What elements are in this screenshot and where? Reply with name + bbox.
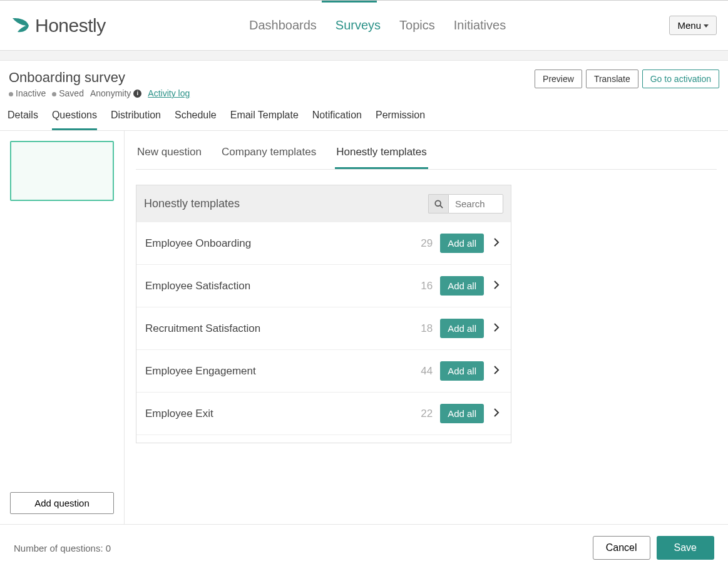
separator-band (0, 51, 728, 61)
brand-name: Honestly (35, 15, 106, 36)
chevron-right-icon (494, 323, 500, 332)
search-group (428, 194, 503, 213)
status-inactive: Inactive (9, 88, 46, 98)
expand-button[interactable] (491, 363, 502, 379)
content-area: New question Company templates Honestly … (125, 131, 728, 524)
subtab-permission[interactable]: Permission (376, 110, 425, 130)
translate-button[interactable]: Translate (586, 69, 638, 88)
subtab-schedule[interactable]: Schedule (175, 110, 217, 130)
templates-panel: Honestly templates Employee Onboarding29… (136, 185, 511, 443)
panel-title: Honestly templates (144, 197, 240, 210)
template-row: Recruitment Satisfaction18Add all (136, 307, 511, 350)
subtab-distribution[interactable]: Distribution (111, 110, 161, 130)
template-count: 18 (418, 322, 433, 335)
anonymity-label: Anonymity i (90, 88, 141, 98)
chevron-right-icon (494, 238, 500, 247)
search-input[interactable] (448, 194, 503, 213)
top-bar: Honestly Dashboards Surveys Topics Initi… (0, 1, 728, 51)
template-name: Employee Satisfaction (145, 280, 410, 292)
primary-nav: Dashboards Surveys Topics Initiatives (249, 1, 506, 50)
subtab-questions[interactable]: Questions (52, 110, 97, 130)
question-sidebar: Add question (0, 131, 125, 524)
template-count: 22 (418, 408, 433, 420)
slide-thumbnail[interactable] (10, 141, 114, 201)
subtab-details[interactable]: Details (8, 110, 38, 130)
save-button[interactable]: Save (657, 536, 714, 560)
add-all-button[interactable]: Add all (440, 234, 484, 253)
header-actions: Preview Translate Go to activation (535, 69, 719, 88)
subtab-email-template[interactable]: Email Template (230, 110, 299, 130)
chevron-right-icon (494, 366, 500, 374)
add-all-button[interactable]: Add all (440, 276, 484, 296)
template-row: Employee Satisfaction16Add all (136, 265, 511, 307)
template-name: Employee Onboarding (145, 237, 410, 250)
brand-logo[interactable]: Honestly (11, 15, 106, 36)
chevron-right-icon (494, 408, 500, 417)
add-all-button[interactable]: Add all (440, 361, 484, 381)
panel-header: Honestly templates (136, 185, 511, 222)
survey-subtabs: Details Questions Distribution Schedule … (0, 98, 728, 131)
source-tabs: New question Company templates Honestly … (136, 141, 717, 170)
menu-button[interactable]: Menu (669, 16, 717, 35)
subtab-notification[interactable]: Notification (312, 110, 362, 130)
preview-button[interactable]: Preview (535, 69, 582, 88)
svg-line-1 (440, 205, 443, 208)
question-count: Number of questions: 0 (14, 543, 111, 553)
status-saved: Saved (52, 88, 84, 98)
nav-initiatives[interactable]: Initiatives (454, 1, 506, 50)
tab-new-question[interactable]: New question (136, 141, 203, 169)
nav-dashboards[interactable]: Dashboards (249, 1, 317, 50)
tab-honestly-templates[interactable]: Honestly templates (335, 141, 428, 169)
template-row: Employee Engagement44Add all (136, 350, 511, 393)
template-name: Employee Engagement (145, 365, 410, 378)
nav-topics[interactable]: Topics (399, 1, 435, 50)
page-header: Onboarding survey Inactive Saved Anonymi… (0, 61, 728, 98)
add-question-button[interactable]: Add question (10, 492, 114, 514)
survey-meta: Inactive Saved Anonymity i Activity log (9, 88, 190, 98)
chevron-right-icon (494, 280, 500, 289)
activity-log-link[interactable]: Activity log (148, 88, 190, 98)
template-list[interactable]: Employee Onboarding29Add allEmployee Sat… (136, 222, 511, 443)
leaf-icon (11, 17, 31, 34)
template-row: Employee Exit22Add all (136, 393, 511, 435)
menu-label: Menu (677, 20, 701, 31)
template-name: Recruitment Satisfaction (145, 322, 410, 335)
go-to-activation-button[interactable]: Go to activation (642, 69, 719, 88)
svg-point-0 (435, 200, 441, 206)
expand-button[interactable] (491, 406, 502, 421)
nav-surveys[interactable]: Surveys (336, 1, 381, 50)
workspace: Add question New question Company templa… (0, 131, 728, 524)
add-all-button[interactable]: Add all (440, 404, 484, 423)
template-count: 16 (418, 280, 433, 292)
footer-bar: Number of questions: 0 Cancel Save (0, 524, 728, 571)
template-row: Employee Onboarding29Add all (136, 222, 511, 265)
caret-down-icon (704, 24, 709, 28)
expand-button[interactable] (491, 278, 502, 294)
search-icon[interactable] (428, 194, 448, 213)
template-count: 29 (418, 237, 433, 250)
survey-title: Onboarding survey (9, 69, 190, 86)
template-count: 44 (418, 365, 433, 378)
template-row: Home Office Experience8Add all (136, 435, 511, 443)
expand-button[interactable] (491, 235, 502, 251)
template-name: Employee Exit (145, 408, 410, 420)
info-icon[interactable]: i (133, 90, 141, 98)
tab-company-templates[interactable]: Company templates (220, 141, 317, 169)
expand-button[interactable] (491, 321, 502, 336)
cancel-button[interactable]: Cancel (593, 536, 650, 560)
add-all-button[interactable]: Add all (440, 319, 484, 338)
